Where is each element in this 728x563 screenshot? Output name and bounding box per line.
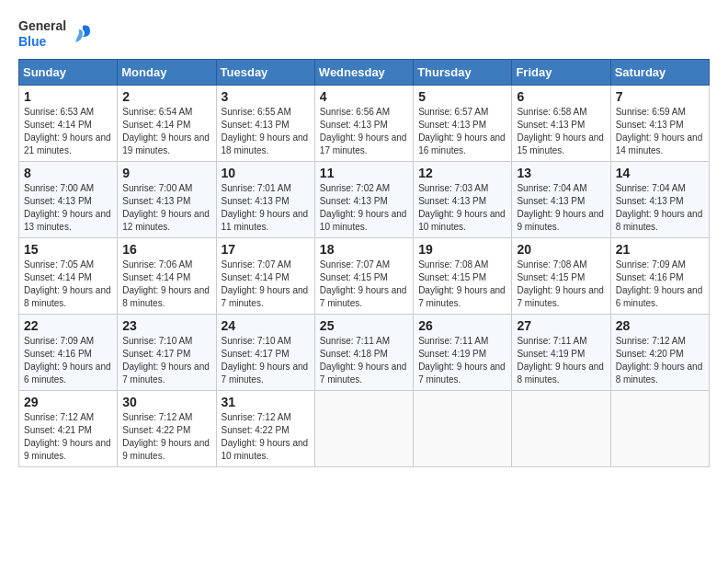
weekday-header-sunday: Sunday (19, 59, 118, 85)
day-number: 31 (222, 395, 310, 409)
calendar-cell: 16Sunrise: 7:06 AMSunset: 4:14 PMDayligh… (118, 237, 216, 314)
day-number: 19 (418, 242, 506, 257)
day-number: 10 (222, 166, 310, 180)
calendar-cell (512, 390, 610, 466)
day-info: Sunrise: 7:08 AMSunset: 4:15 PMDaylight:… (517, 259, 605, 310)
day-info: Sunrise: 7:09 AMSunset: 4:16 PMDaylight:… (24, 335, 112, 386)
calendar-week-row: 8Sunrise: 7:00 AMSunset: 4:13 PMDaylight… (19, 161, 710, 237)
calendar-cell (314, 390, 413, 466)
day-number: 3 (222, 89, 310, 104)
calendar-cell: 22Sunrise: 7:09 AMSunset: 4:16 PMDayligh… (19, 314, 118, 390)
day-number: 18 (320, 242, 408, 257)
logo: General Blue (18, 18, 90, 50)
day-info: Sunrise: 7:07 AMSunset: 4:14 PMDaylight:… (222, 259, 310, 310)
day-number: 4 (320, 89, 408, 104)
calendar-cell: 17Sunrise: 7:07 AMSunset: 4:14 PMDayligh… (216, 237, 314, 314)
day-number: 17 (222, 242, 310, 257)
day-info: Sunrise: 7:02 AMSunset: 4:13 PMDaylight:… (320, 182, 408, 234)
calendar-cell: 12Sunrise: 7:03 AMSunset: 4:13 PMDayligh… (414, 161, 512, 237)
day-number: 14 (616, 166, 704, 180)
calendar-week-row: 15Sunrise: 7:05 AMSunset: 4:14 PMDayligh… (19, 237, 710, 314)
calendar-cell: 9Sunrise: 7:00 AMSunset: 4:13 PMDaylight… (118, 161, 216, 237)
calendar-cell: 24Sunrise: 7:10 AMSunset: 4:17 PMDayligh… (216, 314, 314, 390)
calendar-cell: 11Sunrise: 7:02 AMSunset: 4:13 PMDayligh… (314, 161, 413, 237)
calendar-cell: 31Sunrise: 7:12 AMSunset: 4:22 PMDayligh… (216, 390, 314, 466)
day-number: 6 (517, 89, 605, 104)
day-info: Sunrise: 7:06 AMSunset: 4:14 PMDaylight:… (122, 259, 210, 310)
day-number: 5 (418, 89, 506, 104)
day-number: 23 (122, 318, 210, 333)
day-info: Sunrise: 6:54 AMSunset: 4:14 PMDaylight:… (122, 106, 210, 157)
logo-text: General Blue (18, 18, 90, 50)
day-number: 16 (122, 242, 210, 257)
calendar-cell: 5Sunrise: 6:57 AMSunset: 4:13 PMDaylight… (414, 85, 512, 161)
day-number: 15 (24, 242, 112, 257)
calendar-cell: 7Sunrise: 6:59 AMSunset: 4:13 PMDaylight… (610, 85, 709, 161)
logo-bird-icon (70, 24, 90, 44)
day-info: Sunrise: 7:12 AMSunset: 4:20 PMDaylight:… (616, 335, 704, 386)
calendar-week-row: 22Sunrise: 7:09 AMSunset: 4:16 PMDayligh… (19, 314, 710, 390)
weekday-header-monday: Monday (118, 59, 216, 85)
day-info: Sunrise: 7:00 AMSunset: 4:13 PMDaylight:… (122, 182, 210, 234)
day-info: Sunrise: 6:55 AMSunset: 4:13 PMDaylight:… (222, 106, 310, 157)
calendar-week-row: 29Sunrise: 7:12 AMSunset: 4:21 PMDayligh… (19, 390, 710, 466)
calendar-cell: 23Sunrise: 7:10 AMSunset: 4:17 PMDayligh… (118, 314, 216, 390)
day-number: 26 (418, 318, 506, 333)
calendar-cell: 4Sunrise: 6:56 AMSunset: 4:13 PMDaylight… (314, 85, 413, 161)
day-number: 12 (418, 166, 506, 180)
day-number: 28 (616, 318, 704, 333)
day-info: Sunrise: 7:05 AMSunset: 4:14 PMDaylight:… (24, 259, 112, 310)
day-info: Sunrise: 7:08 AMSunset: 4:15 PMDaylight:… (418, 259, 506, 310)
day-number: 22 (24, 318, 112, 333)
day-info: Sunrise: 6:57 AMSunset: 4:13 PMDaylight:… (418, 106, 506, 157)
calendar-cell: 6Sunrise: 6:58 AMSunset: 4:13 PMDaylight… (512, 85, 610, 161)
calendar-cell: 20Sunrise: 7:08 AMSunset: 4:15 PMDayligh… (512, 237, 610, 314)
weekday-header-thursday: Thursday (414, 59, 512, 85)
day-info: Sunrise: 7:11 AMSunset: 4:19 PMDaylight:… (517, 335, 605, 386)
day-number: 30 (122, 395, 210, 409)
day-number: 13 (517, 166, 605, 180)
calendar-cell: 29Sunrise: 7:12 AMSunset: 4:21 PMDayligh… (19, 390, 118, 466)
calendar-header: SundayMondayTuesdayWednesdayThursdayFrid… (19, 59, 710, 85)
calendar-cell: 27Sunrise: 7:11 AMSunset: 4:19 PMDayligh… (512, 314, 610, 390)
day-info: Sunrise: 6:56 AMSunset: 4:13 PMDaylight:… (320, 106, 408, 157)
calendar-cell: 14Sunrise: 7:04 AMSunset: 4:13 PMDayligh… (610, 161, 709, 237)
day-number: 24 (222, 318, 310, 333)
day-info: Sunrise: 6:59 AMSunset: 4:13 PMDaylight:… (616, 106, 704, 157)
day-number: 1 (24, 89, 112, 104)
day-info: Sunrise: 7:03 AMSunset: 4:13 PMDaylight:… (418, 182, 506, 234)
day-info: Sunrise: 7:10 AMSunset: 4:17 PMDaylight:… (122, 335, 210, 386)
day-info: Sunrise: 7:10 AMSunset: 4:17 PMDaylight:… (222, 335, 310, 386)
day-number: 9 (122, 166, 210, 180)
weekday-header-row: SundayMondayTuesdayWednesdayThursdayFrid… (19, 59, 710, 85)
day-number: 27 (517, 318, 605, 333)
calendar-cell: 19Sunrise: 7:08 AMSunset: 4:15 PMDayligh… (414, 237, 512, 314)
calendar-cell: 1Sunrise: 6:53 AMSunset: 4:14 PMDaylight… (19, 85, 118, 161)
day-info: Sunrise: 7:12 AMSunset: 4:22 PMDaylight:… (222, 411, 310, 463)
day-info: Sunrise: 7:09 AMSunset: 4:16 PMDaylight:… (616, 259, 704, 310)
weekday-header-friday: Friday (512, 59, 610, 85)
day-number: 25 (320, 318, 408, 333)
calendar-cell: 18Sunrise: 7:07 AMSunset: 4:15 PMDayligh… (314, 237, 413, 314)
calendar-cell (610, 390, 709, 466)
calendar-body: 1Sunrise: 6:53 AMSunset: 4:14 PMDaylight… (19, 85, 710, 466)
calendar-week-row: 1Sunrise: 6:53 AMSunset: 4:14 PMDaylight… (19, 85, 710, 161)
day-info: Sunrise: 7:04 AMSunset: 4:13 PMDaylight:… (517, 182, 605, 234)
day-number: 29 (24, 395, 112, 409)
day-info: Sunrise: 7:01 AMSunset: 4:13 PMDaylight:… (222, 182, 310, 234)
calendar-cell: 8Sunrise: 7:00 AMSunset: 4:13 PMDaylight… (19, 161, 118, 237)
day-number: 8 (24, 166, 112, 180)
day-info: Sunrise: 7:12 AMSunset: 4:22 PMDaylight:… (122, 411, 210, 463)
day-info: Sunrise: 7:11 AMSunset: 4:18 PMDaylight:… (320, 335, 408, 386)
day-info: Sunrise: 7:12 AMSunset: 4:21 PMDaylight:… (24, 411, 112, 463)
calendar-cell: 28Sunrise: 7:12 AMSunset: 4:20 PMDayligh… (610, 314, 709, 390)
day-info: Sunrise: 6:53 AMSunset: 4:14 PMDaylight:… (24, 106, 112, 157)
calendar-cell: 26Sunrise: 7:11 AMSunset: 4:19 PMDayligh… (414, 314, 512, 390)
calendar-cell: 25Sunrise: 7:11 AMSunset: 4:18 PMDayligh… (314, 314, 413, 390)
calendar-cell: 2Sunrise: 6:54 AMSunset: 4:14 PMDaylight… (118, 85, 216, 161)
calendar-cell: 21Sunrise: 7:09 AMSunset: 4:16 PMDayligh… (610, 237, 709, 314)
day-number: 2 (122, 89, 210, 104)
day-number: 20 (517, 242, 605, 257)
day-info: Sunrise: 7:07 AMSunset: 4:15 PMDaylight:… (320, 259, 408, 310)
day-number: 7 (616, 89, 704, 104)
